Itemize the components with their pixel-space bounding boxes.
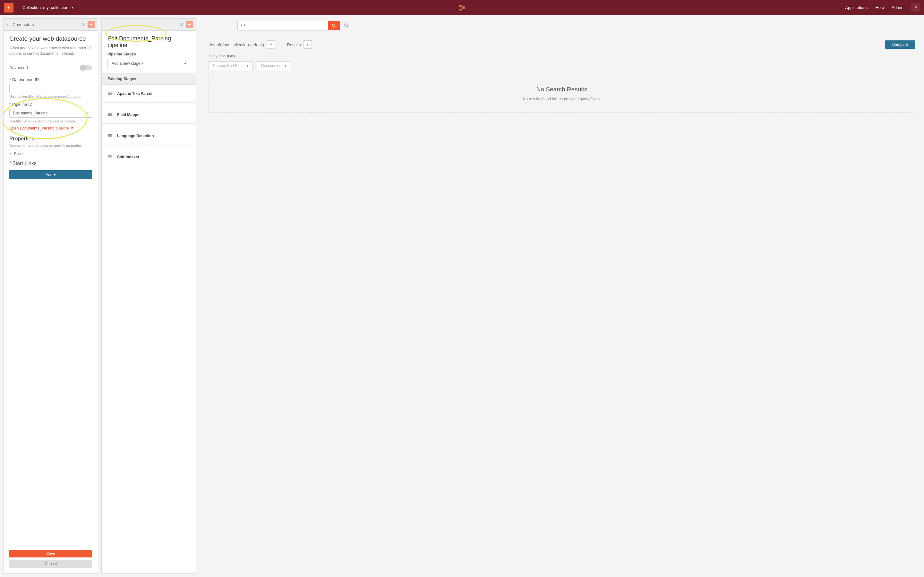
add-pipeline-button[interactable]: + [186,21,193,28]
workspace: ‹ Connectors × + Create your web datasou… [0,15,924,577]
stage-item[interactable]: Apache Tika Parser [102,85,196,103]
compare-button[interactable]: Compare [885,40,915,49]
stage-separator [102,103,196,106]
topbar-nav: Applications Help Admin [845,3,920,12]
search-icon [331,23,336,28]
stage-item[interactable]: Solr Indexer [102,148,196,166]
query-time: query-time: 0 ms [200,53,924,61]
properties-title: Properties [9,135,92,142]
results-view-dropdown[interactable]: Results ▾ [287,40,312,49]
basics-label: Basics [14,152,25,156]
advanced-label: Advanced [9,65,28,70]
chevron-down-icon[interactable]: ▾ [267,40,275,49]
sort-direction-dropdown[interactable]: Descending [257,61,290,70]
close-icon[interactable]: × [81,21,85,28]
create-button[interactable]: + [4,3,13,13]
pipeline-panel: × + Edit Documents_Parsing pipeline Pipe… [102,18,196,574]
chevron-down-icon [184,61,186,66]
advanced-toggle[interactable] [80,65,92,70]
drag-handle-icon[interactable] [107,113,112,117]
nav-applications[interactable]: Applications [845,5,867,10]
datasource-id-label: *Datasource ID [9,77,92,82]
save-button[interactable]: Save [9,550,92,558]
stage-item[interactable]: Field Mapper [102,106,196,124]
add-stage-select[interactable]: Add a new stage + [107,59,190,68]
divider [281,39,281,50]
stage-label: Apache Tika Parser [117,91,153,96]
pipeline-id-hint: Identifier of an existing processing pip… [9,119,92,123]
connectors-panel-header: ‹ Connectors × + [3,19,98,31]
connectors-panel-title: Connectors [13,22,34,27]
drag-handle-icon[interactable] [107,155,112,159]
search-box [237,21,340,31]
sort-field-label: Choose Sort Field [213,63,244,68]
pipeline-id-value: Documents_Parsing [13,111,47,115]
search-input[interactable] [238,21,328,30]
start-links-title: *Start Links [9,161,92,166]
collection-label: Collection: my_collection [23,5,68,10]
properties-desc: Connector- and datasource-specific prope… [9,143,92,148]
page-title: Create your web datasource [9,35,92,42]
svg-point-0 [333,24,335,27]
page-description: A fast and flexible web crawler with a n… [9,45,92,61]
stage-separator [102,124,196,127]
bell-icon [913,5,918,10]
pipeline-panel-header: × + [102,19,196,31]
connectors-panel: ‹ Connectors × + Create your web datasou… [3,18,98,574]
add-connector-button[interactable]: + [87,21,95,28]
no-results-title: No Search Results [215,86,908,93]
basics-expander[interactable]: ▼ Basics [9,152,92,156]
close-icon[interactable]: × [180,21,183,28]
chevron-down-icon [284,64,286,68]
no-results-panel: No Search Results No results found for t… [208,76,915,113]
add-start-link-button[interactable]: Add + [9,170,92,179]
drag-handle-icon[interactable] [107,91,112,96]
stages-list: Apache Tika Parser Field Mapper Language… [102,85,196,166]
add-stage-label: Add a new stage + [111,61,144,66]
back-icon[interactable]: ‹ [7,22,13,27]
chevron-down-icon [247,64,248,68]
cancel-button[interactable]: Cancel [9,560,92,568]
stage-separator [102,145,196,148]
search-panel: default (my_collection-default) ▾ Result… [200,18,924,574]
existing-stages-label: Existing Stages [102,73,196,85]
datasource-id-hint: Unique identifier of a datasource config… [9,94,92,99]
external-link-icon [70,126,74,130]
pipeline-default-label: default (my_collection-default) [208,42,264,47]
stage-label: Solr Indexer [117,155,139,159]
nav-help[interactable]: Help [875,5,884,10]
notifications-button[interactable] [911,3,920,12]
chevron-down-icon[interactable]: ▾ [304,40,312,49]
search-button[interactable] [328,21,340,30]
results-view-label: Results [287,42,300,47]
datasource-id-input[interactable] [9,84,92,93]
topbar: + Collection: my_collection Applications… [0,0,924,15]
pipeline-title: Edit Documents_Parsing pipeline [107,35,190,49]
chevron-down-icon [87,111,89,115]
nav-admin[interactable]: Admin [892,5,903,10]
no-results-body: No results found for the provided query/… [215,97,908,101]
stage-label: Field Mapper [117,113,141,117]
drag-handle-icon[interactable] [107,134,112,138]
open-pipeline-link-label: Open Documents_Parsing pipeline [9,126,69,131]
stage-label: Language Detection [117,134,154,138]
pipeline-default-dropdown[interactable]: default (my_collection-default) ▾ [208,40,275,49]
pipeline-id-label: *Pipeline ID [9,102,92,107]
pipeline-id-select[interactable]: Documents_Parsing [9,109,92,118]
search-settings-button[interactable] [343,23,349,29]
collection-selector[interactable]: Collection: my_collection [23,5,73,10]
pipeline-stages-label: Pipeline Stages [107,52,190,56]
stage-item[interactable]: Language Detection [102,127,196,145]
triangle-down-icon: ▼ [9,152,12,155]
open-pipeline-link[interactable]: Open Documents_Parsing pipeline [9,126,74,131]
app-logo [458,3,466,12]
sort-direction-label: Descending [261,63,281,68]
sort-field-dropdown[interactable]: Choose Sort Field [208,61,252,70]
chevron-down-icon [71,6,73,9]
gear-icon [343,23,349,28]
